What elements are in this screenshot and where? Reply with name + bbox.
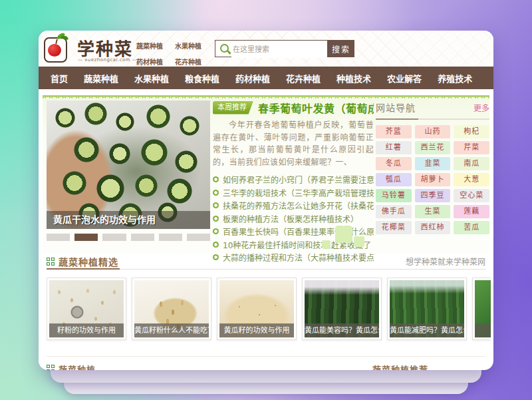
- pick-card[interactable]: 黄瓜能美容吗？黄瓜怎么用: [302, 278, 382, 340]
- nav-item-flower[interactable]: 花卉种植: [278, 72, 329, 85]
- carousel-dot[interactable]: [102, 234, 126, 241]
- carousel-dot[interactable]: [131, 234, 154, 241]
- nav-item-breeding[interactable]: 养殖技术: [430, 72, 480, 85]
- nav-item-home[interactable]: 首页: [43, 72, 76, 85]
- search-box: [215, 40, 328, 57]
- tag-gouqi[interactable]: 枸杞: [454, 125, 489, 138]
- flower-bullet-icon: [213, 228, 219, 234]
- bottom-section-headers: 蔬菜种植 蔬菜种植推荐: [47, 356, 485, 370]
- pick-card[interactable]: 黄瓜: [472, 278, 491, 340]
- tag-donggua[interactable]: 冬瓜: [376, 157, 412, 170]
- card-caption[interactable]: 籽粉的功效与作用: [49, 323, 124, 337]
- featured-article-title[interactable]: 春季葡萄叶发黄（葡萄成熟期: [258, 100, 374, 114]
- carousel-dot[interactable]: [187, 234, 210, 241]
- apple-leaf-icon: [61, 35, 68, 40]
- tag-hongshu[interactable]: 红薯: [376, 141, 412, 154]
- vegetable-tag-grid: 芥蓝 山药 枸杞 红薯 西兰花 芹菜 冬瓜 韭菜 南瓜 瓠瓜 胡萝卜 大葱 马铃…: [376, 125, 489, 234]
- article-link[interactable]: 三华李的栽培技术（三华李高产栽培管理技术）: [223, 187, 374, 198]
- tag-xilanhua[interactable]: 西兰花: [415, 141, 451, 154]
- tag-malingshu[interactable]: 马铃薯: [376, 189, 412, 202]
- quick-link-flower[interactable]: 花卉种植: [175, 57, 203, 67]
- carousel-caption[interactable]: 黄瓜干泡水的功效与作用: [47, 211, 210, 229]
- card-image-cucumbers-rows: 黄瓜能减肥吗？黄瓜怎么吃: [390, 280, 464, 337]
- tag-lianou[interactable]: 莲藕: [454, 205, 489, 218]
- quick-link-herb[interactable]: 药材种植: [136, 57, 164, 67]
- sidebar-header: 网站导航 更多: [376, 100, 489, 116]
- tag-qincai[interactable]: 芹菜: [454, 141, 489, 154]
- carousel-dot[interactable]: [47, 234, 70, 241]
- pick-card[interactable]: 籽粉的功效与作用: [47, 278, 126, 340]
- article-link[interactable]: 板栗的种植方法（板栗怎样种植技术）: [223, 213, 358, 224]
- site-logo[interactable]: [44, 37, 67, 63]
- tag-kugua[interactable]: 苦瓜: [454, 221, 489, 234]
- picks-section-note: 想学种菜就来学种菜网: [406, 256, 485, 267]
- flower-bullet-icon: [213, 216, 219, 222]
- pick-card[interactable]: 黄瓜能减肥吗？黄瓜怎么吃: [387, 278, 467, 340]
- article-list-item[interactable]: 三华李的栽培技术（三华李高产栽培管理技术）: [213, 186, 374, 200]
- tag-jielan[interactable]: 芥蓝: [376, 125, 412, 138]
- article-list-item[interactable]: 扶桑花的养殖方法怎么让她多开花（扶桑花花期怎么: [213, 199, 374, 212]
- grid-icon: [47, 258, 55, 266]
- tag-huluobo[interactable]: 胡萝卜: [415, 173, 451, 186]
- flower-decoration-icon: [322, 240, 331, 249]
- quick-link-vegetable[interactable]: 蔬菜种植: [136, 41, 164, 51]
- article-link[interactable]: 如何养君子兰的小窍门（养君子兰需要注意什么）: [223, 174, 374, 185]
- nav-item-grain[interactable]: 粮食种植: [177, 72, 227, 85]
- apple-icon: [48, 44, 61, 57]
- article-list: 如何养君子兰的小窍门（养君子兰需要注意什么） 三华李的栽培技术（三华李高产栽培管…: [213, 173, 374, 264]
- flower-decoration-icon: [335, 226, 352, 243]
- tag-jiucai[interactable]: 韭菜: [415, 157, 451, 170]
- carousel-dot-active[interactable]: [74, 234, 98, 241]
- article-list-item[interactable]: 板栗的种植方法（板栗怎样种植技术）: [213, 212, 374, 226]
- article-list-item[interactable]: 如何养君子兰的小窍门（养君子兰需要注意什么）: [213, 173, 374, 186]
- tag-kongxincai[interactable]: 空心菜: [454, 189, 489, 202]
- featured-carousel[interactable]: 黄瓜干泡水的功效与作用: [47, 100, 210, 229]
- article-link[interactable]: 扶桑花的养殖方法怎么让她多开花（扶桑花花期怎么: [223, 200, 374, 211]
- bottom-right-title: 蔬菜种植推荐: [372, 363, 428, 371]
- nav-item-qa[interactable]: 农业解答: [379, 72, 430, 85]
- search-bar: 搜索: [215, 40, 354, 57]
- card-caption[interactable]: 黄瓜能减肥吗？黄瓜怎么吃: [390, 323, 464, 337]
- card-caption[interactable]: 黄瓜籽的功效与作用: [219, 323, 294, 337]
- card-caption[interactable]: 黄瓜: [475, 323, 491, 337]
- main-page-card: 学种菜 — xuezhongcai.com — 蔬菜种植 水果种植 药材种植 花…: [39, 31, 493, 370]
- nav-item-herb[interactable]: 药材种植: [227, 72, 278, 85]
- apple-stem-icon: [55, 39, 58, 44]
- main-content-panel: 黄瓜干泡水的功效与作用 本周推荐 春季葡萄叶发黄（葡萄成熟期 今年开春各地葡萄种…: [43, 95, 489, 254]
- card-image-cucumbers-crate: 黄瓜能美容吗？黄瓜怎么用: [305, 280, 379, 337]
- tag-xihongshi[interactable]: 西红柿: [415, 221, 451, 234]
- search-input[interactable]: [231, 41, 327, 58]
- tag-nangua[interactable]: 南瓜: [454, 157, 489, 170]
- nav-item-vegetable[interactable]: 蔬菜种植: [76, 72, 126, 85]
- card-caption[interactable]: 黄瓜籽粉什么人不能吃？黄: [134, 323, 209, 337]
- quick-link-fruit[interactable]: 水果种植: [175, 41, 203, 51]
- search-button[interactable]: 搜索: [328, 40, 354, 57]
- site-header: 学种菜 — xuezhongcai.com — 蔬菜种植 水果种植 药材种植 花…: [39, 31, 493, 67]
- sidebar-divider: [376, 118, 489, 120]
- flower-bullet-icon: [213, 190, 219, 196]
- tag-sijidou[interactable]: 四季豆: [415, 189, 451, 202]
- picks-section-header: 蔬菜种植精选 想学种菜就来学种菜网: [47, 256, 485, 267]
- flower-bullet-icon: [213, 242, 219, 248]
- search-icon: [220, 44, 229, 53]
- tag-hugua[interactable]: 瓠瓜: [376, 173, 412, 186]
- tag-shanyao[interactable]: 山药: [415, 125, 451, 138]
- flower-decoration-icon: [354, 236, 364, 247]
- tag-foshougua[interactable]: 佛手瓜: [376, 205, 412, 218]
- card-caption[interactable]: 黄瓜能美容吗？黄瓜怎么用: [305, 323, 379, 337]
- nav-item-fruit[interactable]: 水果种植: [126, 72, 177, 85]
- pick-card[interactable]: 黄瓜籽粉什么人不能吃？黄: [132, 278, 211, 340]
- tag-dacong[interactable]: 大葱: [454, 173, 489, 186]
- carousel-indicators: [47, 234, 210, 241]
- tag-huayecai[interactable]: 花椰菜: [376, 221, 412, 234]
- scallop-trim: [43, 95, 489, 100]
- card-image-cucumber-seeds: 黄瓜籽粉什么人不能吃？黄: [134, 280, 209, 337]
- grid-icon: [47, 365, 55, 370]
- pick-card[interactable]: 黄瓜籽的功效与作用: [217, 278, 297, 340]
- flower-bullet-icon: [213, 202, 219, 208]
- carousel-dot[interactable]: [159, 234, 182, 241]
- weekly-pick-badge: 本周推荐: [213, 101, 253, 114]
- nav-item-technique[interactable]: 种植技术: [329, 72, 379, 85]
- sidebar-more-link[interactable]: 更多: [473, 102, 489, 113]
- tag-shengcai[interactable]: 生菜: [415, 205, 451, 218]
